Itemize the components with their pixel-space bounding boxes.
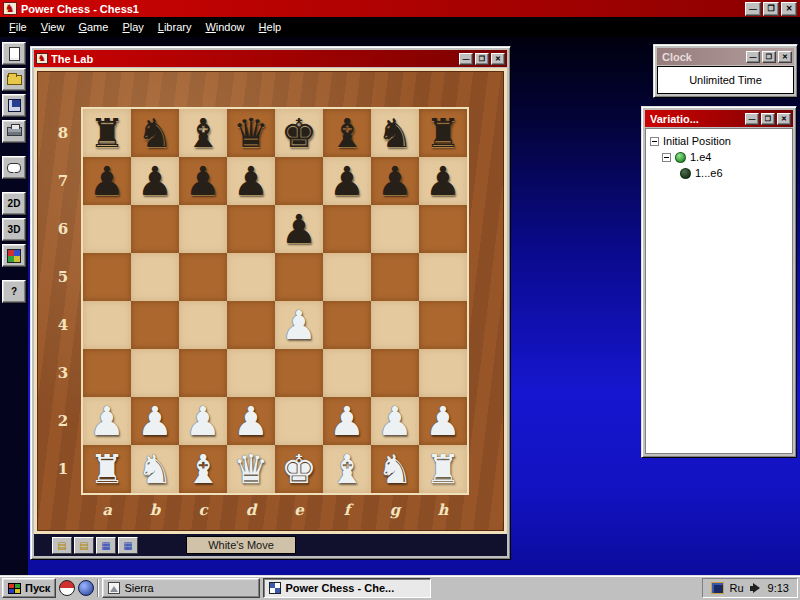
square-e8[interactable]: ♚ [275, 109, 323, 157]
lab-minimize-button[interactable]: — [459, 53, 473, 65]
task-button-sierra[interactable]: Sierra [102, 578, 260, 598]
square-g6[interactable] [371, 205, 419, 253]
clock-maximize-button[interactable]: ❐ [762, 51, 776, 63]
square-e4[interactable]: ♟ [275, 301, 323, 349]
black-king[interactable]: ♚ [281, 111, 317, 155]
square-f7[interactable]: ♟ [323, 157, 371, 205]
new-button[interactable] [2, 42, 26, 65]
tree-node-label[interactable]: 1.e4 [690, 151, 711, 163]
print-button[interactable] [2, 120, 26, 143]
white-king[interactable]: ♚ [281, 447, 317, 491]
tree-node-label[interactable]: Initial Position [663, 135, 731, 147]
view-3d-button[interactable]: 3D [2, 218, 26, 241]
black-pawn[interactable]: ♟ [137, 159, 173, 203]
app-icon[interactable]: ♞ [3, 2, 17, 15]
square-e7[interactable] [275, 157, 323, 205]
square-f5[interactable] [323, 253, 371, 301]
view-2d-button[interactable]: 2D [2, 192, 26, 215]
square-b8[interactable]: ♞ [131, 109, 179, 157]
tray-status-icon[interactable] [711, 582, 724, 594]
menu-help[interactable]: Help [252, 18, 289, 36]
square-e6[interactable]: ♟ [275, 205, 323, 253]
main-window-titlebar[interactable]: ♞ Power Chess - Chess1 — ❐ ✕ [0, 0, 800, 17]
square-h5[interactable] [419, 253, 467, 301]
clock-titlebar[interactable]: Clock — ❐ ✕ [657, 48, 794, 65]
square-c6[interactable] [179, 205, 227, 253]
speaker-icon[interactable] [750, 583, 762, 594]
square-f8[interactable]: ♝ [323, 109, 371, 157]
lab-toolbar-button-4[interactable]: ▦ [118, 537, 138, 554]
square-d7[interactable]: ♟ [227, 157, 275, 205]
square-f1[interactable]: ♝ [323, 445, 371, 493]
square-g8[interactable]: ♞ [371, 109, 419, 157]
square-h7[interactable]: ♟ [419, 157, 467, 205]
square-g1[interactable]: ♞ [371, 445, 419, 493]
square-c1[interactable]: ♝ [179, 445, 227, 493]
clock-close-button[interactable]: ✕ [778, 51, 792, 63]
square-h6[interactable] [419, 205, 467, 253]
lab-toolbar-button-1[interactable]: ▤ [52, 537, 72, 554]
white-pawn[interactable]: ♟ [233, 399, 269, 443]
start-button[interactable]: Пуск [2, 578, 56, 598]
square-f6[interactable] [323, 205, 371, 253]
square-a1[interactable]: ♜ [83, 445, 131, 493]
variations-minimize-button[interactable]: — [745, 113, 759, 125]
lab-maximize-button[interactable]: ❐ [475, 53, 489, 65]
square-g2[interactable]: ♟ [371, 397, 419, 445]
menu-window[interactable]: Window [198, 18, 251, 36]
square-h8[interactable]: ♜ [419, 109, 467, 157]
white-knight[interactable]: ♞ [137, 447, 173, 491]
help-button[interactable]: ? [2, 280, 26, 303]
quick-launch-icon-2[interactable] [78, 580, 94, 596]
square-g7[interactable]: ♟ [371, 157, 419, 205]
board-style-button[interactable] [2, 244, 26, 267]
square-c2[interactable]: ♟ [179, 397, 227, 445]
square-h4[interactable] [419, 301, 467, 349]
black-rook[interactable]: ♜ [425, 111, 461, 155]
collapse-icon[interactable] [662, 153, 671, 162]
menu-library[interactable]: Library [151, 18, 199, 36]
square-a3[interactable] [83, 349, 131, 397]
variations-maximize-button[interactable]: ❐ [761, 113, 775, 125]
white-rook[interactable]: ♜ [425, 447, 461, 491]
lab-toolbar-button-3[interactable]: ▦ [96, 537, 116, 554]
black-rook[interactable]: ♜ [89, 111, 125, 155]
square-a8[interactable]: ♜ [83, 109, 131, 157]
square-d1[interactable]: ♛ [227, 445, 275, 493]
menu-game[interactable]: Game [71, 18, 115, 36]
square-g5[interactable] [371, 253, 419, 301]
white-bishop[interactable]: ♝ [185, 447, 221, 491]
black-queen[interactable]: ♛ [233, 111, 269, 155]
black-knight[interactable]: ♞ [137, 111, 173, 155]
menu-play[interactable]: Play [115, 18, 150, 36]
square-c8[interactable]: ♝ [179, 109, 227, 157]
square-g4[interactable] [371, 301, 419, 349]
black-pawn[interactable]: ♟ [233, 159, 269, 203]
square-h2[interactable]: ♟ [419, 397, 467, 445]
square-b7[interactable]: ♟ [131, 157, 179, 205]
black-knight[interactable]: ♞ [377, 111, 413, 155]
collapse-icon[interactable] [650, 137, 659, 146]
hint-button[interactable] [2, 156, 26, 179]
square-a6[interactable] [83, 205, 131, 253]
square-a4[interactable] [83, 301, 131, 349]
black-pawn[interactable]: ♟ [185, 159, 221, 203]
white-pawn[interactable]: ♟ [185, 399, 221, 443]
minimize-button[interactable]: — [745, 2, 761, 16]
square-a2[interactable]: ♟ [83, 397, 131, 445]
tree-node-label[interactable]: 1...e6 [695, 167, 723, 179]
square-e3[interactable] [275, 349, 323, 397]
lab-close-button[interactable]: ✕ [491, 53, 505, 65]
square-b5[interactable] [131, 253, 179, 301]
black-pawn[interactable]: ♟ [377, 159, 413, 203]
square-b3[interactable] [131, 349, 179, 397]
white-pawn[interactable]: ♟ [281, 303, 317, 347]
menu-file[interactable]: File [2, 18, 34, 36]
black-bishop[interactable]: ♝ [185, 111, 221, 155]
variations-close-button[interactable]: ✕ [777, 113, 791, 125]
tree-node-2[interactable]: 1...e6 [648, 165, 790, 181]
white-pawn[interactable]: ♟ [137, 399, 173, 443]
square-c4[interactable] [179, 301, 227, 349]
maximize-button[interactable]: ❐ [763, 2, 779, 16]
variations-titlebar[interactable]: Variatio... — ❐ ✕ [645, 110, 793, 127]
